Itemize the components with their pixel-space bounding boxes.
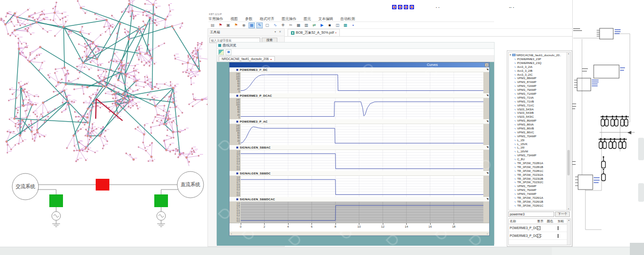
plot-area[interactable]: [241, 176, 483, 197]
move-icon[interactable]: ✛: [280, 22, 286, 28]
app-shortcut-icon[interactable]: [404, 5, 408, 9]
signal-tree-item[interactable]: ∿ VPM3_72AMP: [509, 84, 570, 88]
bold-checkbox[interactable]: [558, 234, 559, 238]
frame-icon[interactable]: ▢: [264, 22, 270, 28]
table-scrollbar[interactable]: ▲: [567, 219, 570, 245]
breaker-block-ac[interactable]: [49, 194, 63, 207]
signal-tree-item[interactable]: ∿ VPM3_79AMP: [509, 88, 570, 92]
signal-tree-item[interactable]: ∿ VPM3_88AMP: [509, 76, 570, 80]
plot-area[interactable]: [241, 72, 483, 93]
app-shortcut-icon[interactable]: [392, 5, 396, 9]
signal-tree-item[interactable]: ∿ L_16VM: [509, 149, 570, 153]
scroll-thumb[interactable]: [567, 150, 570, 175]
signal-tree-item[interactable]: ∿ VS03_543IC: [509, 115, 570, 119]
signal-tree-item[interactable]: ∿ VPM3_86AMP: [509, 119, 570, 123]
ribbon-tab[interactable]: 参数: [245, 17, 252, 21]
signal-tree-item[interactable]: ∿ VPM3_71VA: [509, 96, 570, 100]
expand-icon[interactable]: ◥: [486, 68, 488, 71]
copy-icon[interactable]: ▣: [225, 22, 231, 28]
signal-tree-item[interactable]: ∿ TR_3P2W_7023I2C: [509, 181, 570, 185]
settings-icon[interactable]: ▦: [226, 49, 231, 55]
ribbon-tab[interactable]: 文本编辑: [318, 17, 333, 21]
signal-tree-item[interactable]: ∿ VPM3_86VB: [509, 127, 570, 130]
tree-scrollbar[interactable]: ▴ ▾: [566, 52, 570, 210]
signal-tree-item[interactable]: ∿ TR_3P2W_7028I1B: [509, 165, 570, 169]
signal-tree-item[interactable]: ∿ L_15I: [509, 138, 570, 142]
note-icon[interactable]: ▪: [350, 22, 356, 28]
tree-root[interactable]: ▾ NRDCACNE_fault1_ducsulv_20..: [509, 52, 570, 57]
signal-tree-item[interactable]: ∿ VPM3_76AMP: [509, 188, 570, 192]
preview-icon[interactable]: ◉: [241, 22, 247, 28]
signal-tree-item[interactable]: ∿ VPM3_70AMP: [509, 134, 570, 138]
bold-checkbox[interactable]: [558, 226, 559, 230]
signal-tree-item[interactable]: ∿ Am3_3_2IB: [509, 69, 570, 73]
expand-icon[interactable]: ◥: [486, 94, 488, 97]
close-icon[interactable]: ●: [270, 58, 271, 61]
signal-tree-item[interactable]: ∿ TR_3P2W_7026I1B: [509, 200, 570, 204]
signal-tree-item[interactable]: ∿ TR_3P2W_7028I1C: [509, 169, 570, 173]
run-icon[interactable]: ▶: [319, 22, 325, 28]
signal-tree-item[interactable]: ∿ TR_3P2W_7026I1C: [509, 204, 570, 208]
sync-icon[interactable]: ⇄: [311, 22, 317, 28]
scroll-down-icon[interactable]: ▾: [567, 208, 570, 210]
mosaic-icon[interactable]: ▩: [342, 22, 349, 28]
cut-icon[interactable]: ✂: [288, 22, 294, 28]
save-icon[interactable]: ▤: [209, 22, 216, 28]
visible-checkbox[interactable]: ✓: [537, 234, 540, 238]
signal-tree-item[interactable]: ∿ TR_3P2W_7026I1A: [509, 196, 570, 200]
plot-row-SIGNALGEN_SBBDCAC[interactable]: SIGNALGEN_SBBDCAC◥1.00.80.70.50.40.20.10…: [229, 197, 489, 223]
plot-row-POWERME3_P_AC[interactable]: POWERME3_P_AC◥140120100806040200: [229, 119, 489, 145]
ribbon-tab[interactable]: 图元操作: [282, 17, 296, 21]
ribbon-tab[interactable]: 图元: [304, 17, 311, 21]
plot-row-SIGNALGEN_SBBDC[interactable]: SIGNALGEN_SBBDC◥1.00.80.70.50.40.20.10.0: [229, 171, 489, 197]
expand-icon[interactable]: ◥: [486, 171, 488, 174]
side-tab[interactable]: [638, 183, 644, 202]
channel-row[interactable]: POWERME3_P_DCAC ✓: [509, 232, 570, 240]
signal-search-input[interactable]: [508, 212, 554, 217]
close-icon[interactable]: ✕: [485, 63, 489, 67]
signal-tree-item[interactable]: ∿ TR_3P2W_7023I2B: [509, 177, 570, 181]
ribbon-tab[interactable]: 常用操作: [208, 17, 223, 21]
signal-tree-item[interactable]: ∿ VPM3_71VB: [509, 100, 570, 104]
side-tab[interactable]: [638, 138, 644, 160]
stop-icon[interactable]: ■: [327, 22, 333, 28]
signal-tree-item[interactable]: ∿ TR_3P2W_7028I1A: [509, 161, 570, 165]
panel-menu-icons[interactable]: ▾ ✕: [274, 30, 282, 35]
layers-icon[interactable]: ▦: [249, 22, 255, 28]
signal-tree-item[interactable]: ∿ Am3_3_2IA: [509, 65, 570, 69]
signal-tree-item[interactable]: ∿ VPM3_75AMP: [509, 184, 570, 188]
signal-tree-item[interactable]: ∿ VPM3_87AMP: [509, 80, 570, 84]
app-shortcut-icon[interactable]: [410, 5, 414, 9]
table-icon[interactable]: ▦: [295, 22, 302, 28]
ribbon-tab[interactable]: 自动检测: [340, 17, 355, 21]
export-icon[interactable]: ◫: [334, 22, 341, 28]
signal-tree-item[interactable]: ∿ VS03_543IB: [509, 111, 570, 115]
plot-area[interactable]: [241, 202, 483, 223]
snapshot-icon[interactable]: [218, 49, 224, 55]
signal-tree-item[interactable]: ∿ Am3_3_2IC: [509, 73, 570, 77]
signal-tree-item[interactable]: ∿ VPM3_86VC: [509, 130, 570, 134]
label-icon[interactable]: ✎: [256, 22, 263, 28]
horizontal-scrollbar[interactable]: ‹›: [229, 232, 489, 235]
scroll-up-icon[interactable]: ▴: [567, 52, 570, 55]
find-next-button[interactable]: 下一个: [555, 212, 570, 217]
signal-tree-item[interactable]: ∿ VPM3_74AMP: [509, 192, 570, 196]
signal-tree-item[interactable]: ∿ C_8U: [509, 157, 570, 161]
signal-tree-item[interactable]: ∿ VPM3_71AMP: [509, 92, 570, 96]
curve-tab[interactable]: NRDCACNE_fault1_ducsulv_206 ●: [219, 56, 275, 61]
bookmark-icon[interactable]: ⚑: [217, 22, 224, 28]
signal-tree-item[interactable]: ∿ L_16I: [509, 146, 570, 149]
expand-icon[interactable]: ◥: [486, 146, 488, 149]
flag-icon[interactable]: ⚑: [233, 22, 239, 28]
curve-icon[interactable]: ∿: [272, 22, 278, 28]
signal-tree-item[interactable]: ∿ POWERME3_23P: [509, 57, 570, 61]
signal-tree-item[interactable]: ∿ VPM3_73AMP: [509, 153, 570, 157]
document-tab[interactable]: BO8_万象52_A_50%.pdf ▪: [288, 29, 340, 36]
plot-row-SIGNALGEN_SBBAC[interactable]: SIGNALGEN_SBBAC◥1.00.80.70.50.40.20.10.0: [229, 145, 489, 171]
signal-tree-item[interactable]: ∿ POWERME3_23Q: [509, 61, 570, 65]
expand-icon[interactable]: ◥: [486, 120, 488, 123]
network-graph[interactable]: [0, 0, 211, 166]
columns-icon[interactable]: ▥: [303, 22, 310, 28]
chevron-down-icon[interactable]: ▾: [510, 53, 511, 56]
close-icon[interactable]: ▪: [335, 31, 336, 34]
